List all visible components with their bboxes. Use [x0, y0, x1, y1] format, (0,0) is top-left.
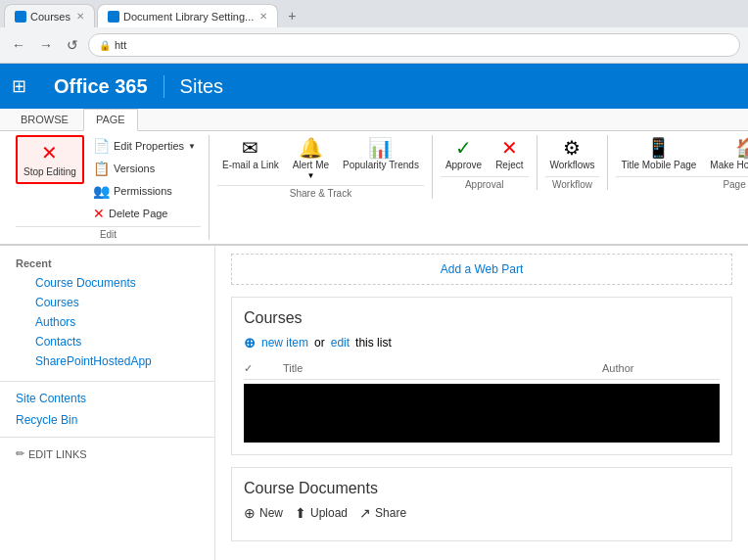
share-group-buttons: ✉ E-mail a Link 🔔 Alert Me ▼ 📊 Popularit… — [217, 135, 424, 183]
sidebar-site-contents[interactable]: Site Contents — [0, 388, 214, 409]
ribbon-group-share: ✉ E-mail a Link 🔔 Alert Me ▼ 📊 Popularit… — [210, 135, 433, 199]
ribbon-group-approval: ✓ Approve ✕ Reject Approval — [433, 135, 538, 190]
title-col: Title — [283, 362, 583, 375]
or-text: or — [314, 336, 325, 350]
edit-links[interactable]: ✏ EDIT LINKS — [0, 443, 214, 464]
edit-properties-icon: 📄 — [93, 138, 110, 154]
edit-links-label: EDIT LINKS — [28, 448, 87, 460]
edit-group-label: Edit — [16, 226, 201, 240]
sidebar-item-course-documents[interactable]: Course Documents — [16, 273, 199, 293]
mobile-label: Title Mobile Page — [621, 160, 696, 171]
workflows-button[interactable]: ⚙ Workflows — [545, 135, 600, 174]
recent-label: Recent — [16, 257, 199, 269]
main-content: Add a Web Part Courses ⊕ new item or edi… — [215, 246, 748, 560]
tab-close[interactable]: ✕ — [76, 11, 84, 22]
sidebar-recycle-bin[interactable]: Recycle Bin — [0, 409, 214, 431]
address-bar[interactable]: 🔒 htt — [88, 33, 740, 57]
workflow-group-buttons: ⚙ Workflows — [545, 135, 600, 174]
sidebar-divider2 — [0, 437, 214, 438]
title-mobile-button[interactable]: 📱 Title Mobile Page — [616, 135, 701, 174]
homepage-label: Make Homepage — [710, 160, 748, 171]
tab-close2[interactable]: ✕ — [259, 11, 267, 22]
workflow-group-label: Workflow — [545, 176, 600, 190]
ribbon-group-edit: ✕ Stop Editing 📄 Edit Properties ▼ 📋 Ver… — [8, 135, 210, 240]
ribbon-content: ✕ Stop Editing 📄 Edit Properties ▼ 📋 Ver… — [0, 131, 748, 245]
permissions-label: Permissions — [114, 185, 172, 197]
versions-button[interactable]: 📋 Versions — [88, 158, 201, 179]
popularity-label: Popularity Trends — [343, 160, 419, 171]
alert-me-button[interactable]: 🔔 Alert Me ▼ — [288, 135, 334, 183]
approve-label: Approve — [445, 160, 482, 171]
email-label: E-mail a Link — [222, 160, 279, 171]
add-webpart[interactable]: Add a Web Part — [231, 254, 732, 285]
upload-button[interactable]: ⬆ Upload — [295, 505, 348, 521]
author-col: Author — [602, 362, 720, 375]
courses-title: Courses — [244, 309, 720, 327]
redacted-content — [244, 384, 720, 443]
top-nav: ⊞ Office 365 Sites — [0, 64, 748, 109]
upload-label: Upload — [310, 506, 348, 520]
delete-page-label: Delete Page — [109, 208, 168, 219]
main-layout: Recent Course Documents Courses Authors … — [0, 246, 748, 560]
delete-page-icon: ✕ — [93, 206, 105, 221]
courses-list-header: ✓ Title Author — [244, 358, 720, 380]
tab-browse[interactable]: BROWSE — [8, 109, 81, 130]
stop-editing-button[interactable]: ✕ Stop Editing — [16, 135, 84, 184]
browser-chrome: Courses ✕ Document Library Setting... ✕ … — [0, 0, 748, 64]
share-icon: ↗ — [359, 505, 371, 521]
edit-group-buttons: ✕ Stop Editing 📄 Edit Properties ▼ 📋 Ver… — [16, 135, 201, 224]
ribbon: BROWSE PAGE ✕ Stop Editing 📄 Edit Proper… — [0, 109, 748, 246]
upload-icon: ⬆ — [295, 505, 306, 521]
sidebar-item-courses[interactable]: Courses — [16, 293, 199, 312]
tab-label: Courses — [30, 11, 70, 23]
stop-editing-label: Stop Editing — [23, 166, 76, 178]
alert-dropdown: ▼ — [306, 171, 314, 180]
browser-addressbar: ← → ↺ 🔒 htt — [0, 27, 748, 63]
tab-page[interactable]: PAGE — [83, 109, 138, 131]
share-group-label: Share & Track — [217, 185, 424, 199]
page-actions-buttons: 📱 Title Mobile Page 🏠 Make Homepage 📰 Ti… — [616, 135, 748, 174]
waffle-icon[interactable]: ⊞ — [0, 75, 38, 97]
courses-webpart: Courses ⊕ new item or edit this list ✓ T… — [231, 297, 732, 455]
email-link-button[interactable]: ✉ E-mail a Link — [217, 135, 284, 174]
ribbon-group-page-actions: 📱 Title Mobile Page 🏠 Make Homepage 📰 Ti… — [608, 135, 748, 190]
edit-link[interactable]: edit — [331, 336, 350, 350]
sidebar-item-authors[interactable]: Authors — [16, 312, 199, 332]
new-item-link[interactable]: new item — [261, 336, 308, 350]
tab-favicon2 — [108, 11, 119, 23]
share-label: Share — [375, 506, 406, 520]
share-button[interactable]: ↗ Share — [359, 505, 406, 521]
sidebar-item-sharepoint[interactable]: SharePointHostedApp — [16, 351, 199, 371]
browser-tabs: Courses ✕ Document Library Setting... ✕ … — [0, 0, 748, 27]
doc-actions: ⊕ New ⬆ Upload ↗ Share — [244, 505, 720, 521]
back-button[interactable]: ← — [8, 35, 29, 55]
tab-document-library[interactable]: Document Library Setting... ✕ — [97, 4, 278, 27]
new-doc-label: New — [259, 506, 283, 520]
new-doc-icon: ⊕ — [244, 505, 256, 521]
edit-properties-button[interactable]: 📄 Edit Properties ▼ — [88, 135, 201, 157]
reject-icon: ✕ — [501, 138, 518, 158]
alert-icon: 🔔 — [299, 138, 323, 158]
workflows-label: Workflows — [550, 160, 595, 171]
delete-page-button[interactable]: ✕ Delete Page — [88, 203, 201, 224]
popularity-trends-button[interactable]: 📊 Popularity Trends — [338, 135, 424, 174]
new-doc-button[interactable]: ⊕ New — [244, 505, 283, 521]
refresh-button[interactable]: ↺ — [63, 35, 82, 55]
email-icon: ✉ — [242, 138, 258, 158]
approve-button[interactable]: ✓ Approve — [441, 135, 487, 174]
lock-icon: 🔒 — [99, 40, 111, 51]
sidebar-item-contacts[interactable]: Contacts — [16, 332, 199, 351]
tab-courses[interactable]: Courses ✕ — [4, 4, 95, 27]
page-actions-label: Page Actions — [616, 176, 748, 190]
permissions-icon: 👥 — [93, 183, 110, 199]
reject-button[interactable]: ✕ Reject — [491, 135, 528, 174]
tab-label2: Document Library Setting... — [123, 11, 254, 23]
make-homepage-button[interactable]: 🏠 Make Homepage — [705, 135, 748, 174]
documents-title: Course Documents — [244, 480, 720, 497]
workflow-icon: ⚙ — [563, 138, 581, 158]
forward-button[interactable]: → — [35, 35, 57, 55]
new-tab-button[interactable]: + — [280, 4, 304, 27]
courses-actions: ⊕ new item or edit this list — [244, 335, 720, 350]
permissions-button[interactable]: 👥 Permissions — [88, 180, 201, 202]
sites-label: Sites — [164, 75, 239, 98]
